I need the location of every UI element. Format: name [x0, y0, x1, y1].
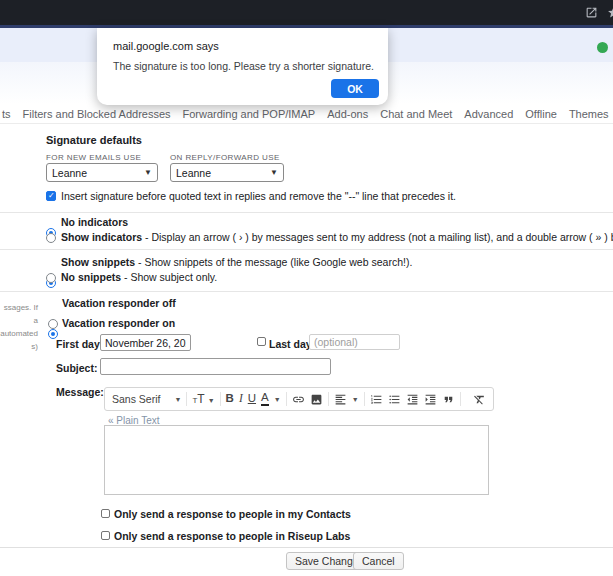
font-size-button[interactable]: TT ▼: [192, 392, 214, 406]
insert-link-icon[interactable]: [292, 393, 305, 406]
reply-forward-label: ON REPLY/FORWARD USE: [170, 153, 280, 162]
reply-forward-select[interactable]: Leanne ▼: [170, 163, 284, 182]
toolbar-separator: [460, 392, 461, 406]
font-family-select[interactable]: Sans Serif ▼: [112, 393, 181, 405]
insert-signature-label: Insert signature before quoted text in r…: [61, 190, 456, 202]
indent-icon[interactable]: [424, 393, 437, 406]
outdent-icon[interactable]: [406, 393, 419, 406]
subject-label: Subject:: [56, 362, 97, 374]
browser-alert-dialog: mail.google.com says The signature is to…: [97, 28, 388, 105]
tab-advanced[interactable]: Advanced: [464, 108, 513, 120]
new-emails-select-value: Leanne: [52, 167, 87, 179]
subject-input[interactable]: [100, 358, 331, 375]
dialog-source: mail.google.com says: [113, 40, 219, 52]
message-label: Message:: [56, 386, 104, 398]
show-indicators-label: Show indicators - Display an arrow ( › )…: [61, 231, 613, 243]
vacation-description-fragment: ssages. If a automated s): [0, 301, 38, 353]
first-day-input[interactable]: [100, 334, 191, 351]
contacts-only-checkbox[interactable]: [101, 509, 110, 518]
insert-image-icon[interactable]: [310, 393, 323, 406]
tab-forwarding[interactable]: Forwarding and POP/IMAP: [183, 108, 316, 120]
tab-offline[interactable]: Offline: [525, 108, 557, 120]
numbered-list-icon[interactable]: [370, 393, 383, 406]
no-indicators-label: No indicators: [61, 216, 128, 228]
text-color-icon[interactable]: A: [261, 392, 269, 406]
show-snippets-rest: - Show snippets of the message (like Goo…: [135, 256, 412, 268]
signature-defaults-title: Signature defaults: [46, 134, 142, 146]
show-snippets-label: Show snippets - Show snippets of the mes…: [61, 256, 412, 268]
tabs-divider: [0, 123, 613, 124]
domain-only-checkbox[interactable]: [101, 531, 110, 540]
no-snippets-bold: No snippets: [61, 271, 121, 283]
contacts-only-label: Only send a response to people in my Con…: [114, 508, 351, 520]
footer-divider: [0, 547, 613, 548]
domain-only-label: Only send a response to people in Riseup…: [114, 530, 350, 542]
show-indicators-radio[interactable]: [46, 233, 56, 243]
underline-icon[interactable]: U: [248, 393, 256, 405]
no-snippets-rest: - Show subject only.: [121, 271, 217, 283]
section-divider: [0, 212, 613, 213]
vacation-off-label: Vacation responder off: [62, 297, 176, 309]
quote-icon[interactable]: [442, 393, 455, 406]
last-day-input[interactable]: [309, 334, 400, 350]
new-emails-label: FOR NEW EMAILS USE: [46, 153, 141, 162]
tab-filters[interactable]: Filters and Blocked Addresses: [23, 108, 171, 120]
tab-cut-fragment[interactable]: ts: [2, 108, 11, 120]
show-indicators-bold: Show indicators: [61, 231, 142, 243]
chevron-down-icon: ▼: [144, 168, 152, 177]
bold-icon[interactable]: B: [226, 393, 234, 405]
cancel-button[interactable]: Cancel: [353, 552, 404, 570]
toolbar-separator: [364, 392, 365, 406]
gmail-settings-page: ts Filters and Blocked Addresses Forward…: [0, 0, 613, 576]
no-indicators-bold: No indicators: [61, 216, 128, 228]
show-snippets-bold: Show snippets: [61, 256, 135, 268]
browser-top-bar: [0, 0, 613, 25]
vacation-on-radio[interactable]: [48, 319, 58, 329]
toolbar-separator: [328, 392, 329, 406]
chevron-down-icon: ▼: [208, 397, 215, 404]
dialog-ok-button[interactable]: OK: [331, 79, 379, 98]
toolbar-separator: [286, 392, 287, 406]
status-green-dot: [597, 42, 608, 53]
first-day-label: First day:: [56, 338, 103, 350]
tab-chat-and-meet[interactable]: Chat and Meet: [380, 108, 452, 120]
reply-forward-select-value: Leanne: [176, 167, 211, 179]
no-snippets-radio[interactable]: [46, 273, 56, 283]
show-indicators-rest: - Display an arrow ( › ) by messages sen…: [142, 231, 613, 243]
section-divider: [0, 291, 613, 292]
chevron-down-icon: ▼: [270, 168, 278, 177]
chevron-down-icon: ▼: [174, 396, 181, 403]
font-family-value: Sans Serif: [112, 393, 160, 405]
toolbar-separator: [186, 392, 187, 406]
last-day-checkbox[interactable]: [257, 337, 266, 346]
remove-formatting-icon[interactable]: [473, 393, 486, 406]
tab-addons[interactable]: Add-ons: [327, 108, 368, 120]
section-divider: [0, 249, 613, 250]
vacation-on-label: Vacation responder on: [62, 317, 175, 329]
chevron-down-icon: ▼: [352, 396, 359, 403]
chevron-down-icon: ▼: [274, 396, 281, 403]
settings-tab-bar: ts Filters and Blocked Addresses Forward…: [0, 104, 613, 123]
tab-themes[interactable]: Themes: [569, 108, 609, 120]
dialog-message: The signature is too long. Please try a …: [113, 60, 374, 72]
italic-icon[interactable]: I: [239, 393, 243, 405]
toolbar-separator: [220, 392, 221, 406]
bulleted-list-icon[interactable]: [388, 393, 401, 406]
align-icon[interactable]: [334, 393, 347, 406]
editor-toolbar: Sans Serif ▼ TT ▼ B I U A ▼ ▼: [104, 387, 494, 411]
no-snippets-label: No snippets - Show subject only.: [61, 271, 217, 283]
star-icon[interactable]: [607, 6, 613, 19]
share-icon[interactable]: [585, 6, 598, 19]
new-emails-select[interactable]: Leanne ▼: [46, 163, 158, 182]
insert-signature-checkbox[interactable]: [46, 191, 56, 201]
message-body-textarea[interactable]: [104, 425, 489, 495]
